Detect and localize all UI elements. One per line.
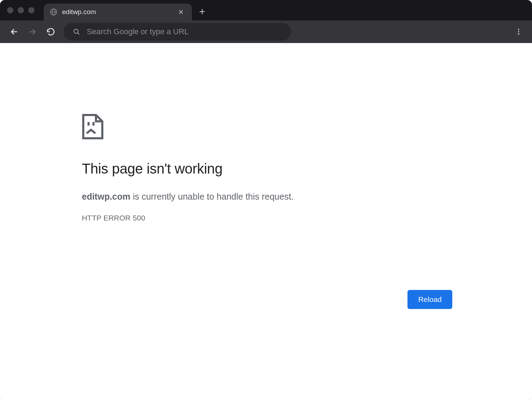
error-subtitle: editwp.com is currently unable to handle…	[82, 192, 452, 202]
error-subtitle-suffix: is currently unable to handle this reque…	[131, 192, 294, 201]
error-code: HTTP ERROR 500	[82, 214, 452, 222]
tab-title: editwp.com	[62, 8, 176, 16]
window-close-button[interactable]	[7, 7, 13, 13]
window-zoom-button[interactable]	[28, 7, 35, 13]
reload-toolbar-button[interactable]	[43, 24, 59, 40]
error-title: This page isn't working	[82, 161, 452, 177]
address-input[interactable]	[87, 27, 282, 36]
page-content: This page isn't working editwp.com is cu…	[0, 43, 532, 400]
svg-point-4	[518, 34, 519, 35]
browser-window: editwp.com	[0, 0, 532, 400]
reload-row: Reload	[407, 290, 452, 309]
error-interstitial: This page isn't working editwp.com is cu…	[82, 114, 452, 222]
browser-menu-button[interactable]	[511, 24, 526, 40]
window-minimize-button[interactable]	[18, 7, 24, 13]
new-tab-button[interactable]	[194, 4, 210, 20]
svg-rect-5	[87, 122, 90, 126]
window-controls	[7, 7, 35, 13]
close-icon[interactable]	[176, 7, 186, 17]
svg-point-3	[518, 31, 519, 32]
svg-point-2	[518, 29, 519, 30]
reload-button[interactable]: Reload	[407, 290, 452, 309]
title-bar: editwp.com	[0, 0, 532, 20]
toolbar	[0, 20, 532, 43]
back-button[interactable]	[6, 24, 22, 40]
sad-page-icon	[82, 114, 452, 140]
globe-icon	[49, 8, 58, 16]
svg-rect-6	[92, 122, 95, 126]
address-bar[interactable]	[64, 23, 291, 41]
search-icon	[73, 28, 80, 36]
forward-button[interactable]	[25, 24, 40, 40]
browser-tab[interactable]: editwp.com	[44, 4, 192, 20]
error-host: editwp.com	[82, 192, 131, 201]
